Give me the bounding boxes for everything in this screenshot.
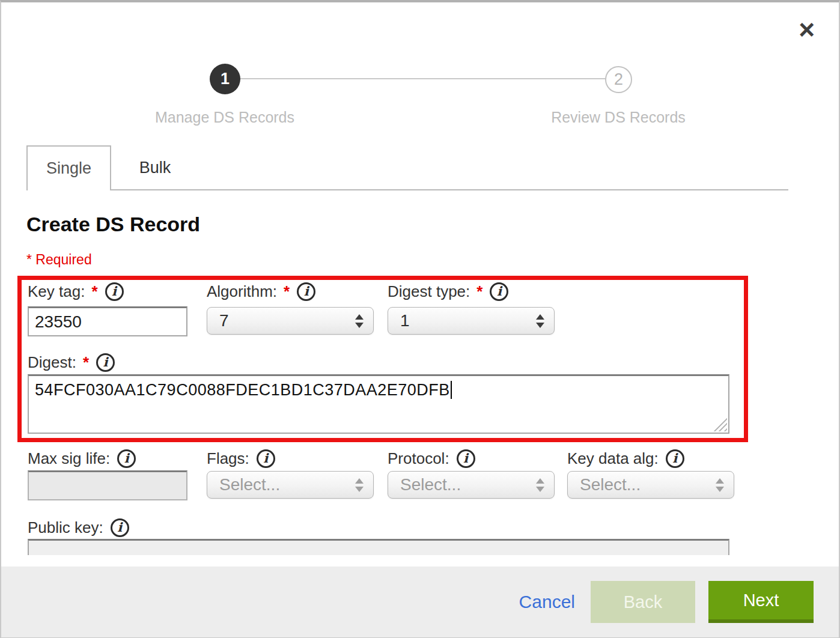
tab-bulk[interactable]: Bulk [111,145,199,190]
select-stepper-icon [355,314,364,328]
info-icon[interactable]: i [96,353,115,372]
digest-textarea[interactable]: 54FCF030AA1C79C0088FDEC1BD1C37DAA2E70DFB [28,374,729,434]
create-ds-record-dialog: × 1 2 Manage DS Records Review DS Record… [0,0,840,638]
select-stepper-icon [536,314,544,328]
algorithm-label: Algorithm: * i [207,281,315,302]
cancel-link[interactable]: Cancel [519,592,575,612]
algorithm-select[interactable]: 7 [207,307,374,335]
select-stepper-icon [355,478,364,492]
key-data-alg-label: Key data alg: i [567,448,684,469]
tab-single[interactable]: Single [26,145,111,190]
flags-select-value: Select... [219,475,280,494]
required-marker: * [476,282,482,301]
digest-type-label-text: Digest type: [388,282,470,301]
info-icon[interactable]: i [297,282,315,301]
flags-select[interactable]: Select... [207,471,374,499]
page-title: Create DS Record [26,213,200,236]
protocol-label: Protocol: i [388,448,475,469]
required-marker: * [83,353,89,372]
protocol-select[interactable]: Select... [388,471,555,499]
resize-handle-icon[interactable] [713,417,727,431]
key-data-alg-label-text: Key data alg: [567,449,659,468]
digest-type-select[interactable]: 1 [388,307,555,335]
info-icon[interactable]: i [257,449,275,468]
digest-label: Digest: * i [28,352,115,372]
info-icon[interactable]: i [666,449,684,468]
step-indicator-2: 2 [605,66,632,93]
dialog-footer: Cancel Back Next [1,567,839,637]
protocol-select-value: Select... [400,475,461,494]
select-stepper-icon [716,478,724,492]
close-icon[interactable]: × [799,16,815,43]
select-stepper-icon [536,478,544,492]
info-icon[interactable]: i [490,282,508,301]
public-key-textarea[interactable] [28,539,729,555]
info-icon[interactable]: i [117,449,136,468]
key-tag-input[interactable] [28,306,187,336]
flags-label-text: Flags: [207,449,249,468]
back-button[interactable]: Back [591,581,695,623]
flags-label: Flags: i [207,448,275,469]
info-icon[interactable]: i [457,449,475,468]
text-cursor [451,381,452,399]
algorithm-select-value: 7 [219,311,229,330]
required-note: * Required [26,252,92,268]
step-label-manage-ds-records: Manage DS Records [129,109,321,126]
stepper-connector-line [231,78,612,79]
required-marker: * [284,282,290,301]
required-marker: * [91,282,97,301]
key-data-alg-select-value: Select... [580,475,641,494]
public-key-label-text: Public key: [28,518,103,537]
key-tag-label: Key tag: * i [28,281,124,302]
digest-type-select-value: 1 [400,311,410,330]
info-icon[interactable]: i [111,518,129,537]
key-data-alg-select[interactable]: Select... [567,471,734,499]
step-indicator-1: 1 [210,64,240,94]
info-icon[interactable]: i [105,282,124,301]
key-tag-label-text: Key tag: [28,282,85,301]
algorithm-label-text: Algorithm: [207,282,277,301]
digest-type-label: Digest type: * i [388,281,508,302]
max-sig-life-label: Max sig life: i [28,448,136,469]
digest-label-text: Digest: [28,353,76,372]
step-label-review-ds-records: Review DS Records [522,109,714,126]
digest-value: 54FCF030AA1C79C0088FDEC1BD1C37DAA2E70DFB [35,381,450,399]
next-button[interactable]: Next [708,581,814,623]
protocol-label-text: Protocol: [388,449,449,468]
max-sig-life-label-text: Max sig life: [28,449,110,468]
public-key-label: Public key: i [28,517,129,538]
max-sig-life-input[interactable] [28,470,187,500]
